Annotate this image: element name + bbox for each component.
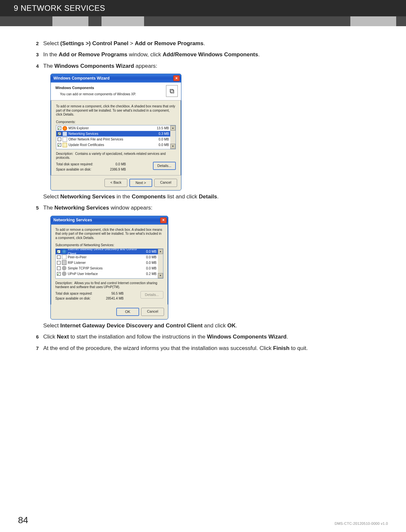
list-item[interactable]: Update Root Certificates 0.0 MB [56,142,170,148]
wizard-logo-icon: ⧉ [166,85,178,97]
wizard-header: Windows Components You can add or remove… [51,83,181,101]
description-text: Description: Contains a variety of speci… [56,152,176,160]
description-text: Description: Allows you to find and cont… [55,281,163,289]
checkbox-icon[interactable] [57,250,61,253]
titlebar[interactable]: Windows Components Wizard × [51,74,181,83]
details-button[interactable]: Details... [153,162,176,170]
checkbox-icon[interactable] [58,126,61,130]
checkbox-icon[interactable] [58,138,61,141]
list-item[interactable]: Internet Gateway Device Discovery and Co… [56,249,158,254]
file-icon [63,137,67,142]
list-item[interactable]: MSN Explorer 13.5 MB [56,125,170,131]
page-footer: 84 DMS-CTC-20120510-0000 v1.0 [18,515,388,525]
step-5-followup: Select Internet Gateway Device Discovery… [43,321,388,330]
dialog-footer: OK Cancel [51,304,168,319]
step-7: At the end of the procedure, the wizard … [36,344,388,353]
scroll-down-icon[interactable]: ▾ [158,273,163,278]
close-icon[interactable]: × [160,217,167,223]
window-title: Windows Components Wizard [53,75,110,82]
list-item[interactable]: Networking Services 0.3 MB [56,131,170,137]
page-number: 84 [18,515,28,525]
disk-available-value: 28541.4 MB [99,296,123,301]
scroll-up-icon[interactable]: ▴ [170,125,175,131]
scrollbar[interactable]: ▴ ▾ [170,125,175,149]
disk-available-value: 2386.9 MB [103,167,126,172]
components-label: Components: [56,119,176,125]
network-icon [63,132,67,136]
checkbox-icon[interactable] [58,132,61,136]
step-5: The Networking Services window appears: … [36,204,388,330]
scroll-up-icon[interactable]: ▴ [158,249,163,254]
step-2: Select (Settings >) Control Panel > Add … [36,39,388,48]
list-item[interactable]: Other Network File and Print Services 0.… [56,137,170,142]
step-4: The Windows Components Wizard appears: W… [36,62,388,201]
list-item[interactable]: Peer-to-Peer 0.0 MB [56,254,158,260]
networking-services-window: Networking Services × To add or remove a… [50,216,168,320]
list-item[interactable]: Simple TCP/IP Services 0.0 MB [56,266,158,271]
scroll-down-icon[interactable]: ▾ [170,144,175,149]
list-item[interactable]: RIP Listener 0.0 MB [56,260,158,266]
cancel-button[interactable]: Cancel [141,308,164,316]
gear-icon [62,266,66,270]
globe-icon [62,249,66,254]
details-button: Details... [140,291,163,299]
wizard-heading: Windows Components [55,85,166,91]
checkbox-icon[interactable] [57,266,61,270]
step-3: In the Add or Remove Programs window, cl… [36,50,388,59]
gear-icon [62,271,66,276]
step-6: Click Next to start the installation and… [36,333,388,341]
disk-available-label: Space available on disk: [55,296,92,301]
subcomponents-list[interactable]: Internet Gateway Device Discovery and Co… [56,249,158,278]
wizard-intro: To add or remove a component, click the … [56,104,176,117]
document-code: DMS-CTC-20120510-0000 v1.0 [335,522,388,525]
disk-required-label: Total disk space required: [55,291,92,296]
wizard-subheading: You can add or remove components of Wind… [60,92,166,97]
next-button[interactable]: Next > [129,179,152,187]
header-tab [101,16,144,26]
disk-available-label: Space available on disk: [56,168,91,171]
checkbox-icon[interactable] [58,143,61,147]
disk-required-value: 0.0 MB [103,162,126,167]
subcomponents-label: Subcomponents of Networking Services: [55,243,163,248]
scrollbar[interactable]: ▴ ▾ [158,249,163,278]
header-tab [350,16,396,26]
back-button[interactable]: < Back [104,179,127,187]
disk-required-value: 56.5 MB [99,291,123,296]
wizard-footer: < Back Next > Cancel [51,175,181,190]
list-item[interactable]: UPnP User Interface 0.2 MB [56,271,158,277]
header-tab-strip [0,16,406,26]
close-icon[interactable]: × [173,75,180,81]
checkbox-icon[interactable] [57,255,61,259]
header-tab [52,16,88,26]
page-title: 9 NETWORK SERVICES [14,4,105,13]
titlebar[interactable]: Networking Services × [51,216,168,225]
page-header: 9 NETWORK SERVICES [0,0,406,16]
components-list[interactable]: MSN Explorer 13.5 MB Networking Services… [56,125,170,149]
cancel-button[interactable]: Cancel [154,179,177,187]
step-4-followup: Select Networking Services in the Compon… [43,193,388,201]
intro-text: To add or remove a component, click the … [55,228,163,240]
certificate-icon [63,143,67,147]
window-title: Networking Services [53,217,92,223]
file-icon [62,255,66,259]
printer-icon [62,260,66,265]
msn-icon [63,126,67,131]
checkbox-icon[interactable] [57,272,61,276]
ok-button[interactable]: OK [116,308,139,316]
wizard-window: Windows Components Wizard × Windows Comp… [50,74,181,191]
disk-required-label: Total disk space required: [56,162,93,166]
checkbox-icon[interactable] [57,261,61,265]
